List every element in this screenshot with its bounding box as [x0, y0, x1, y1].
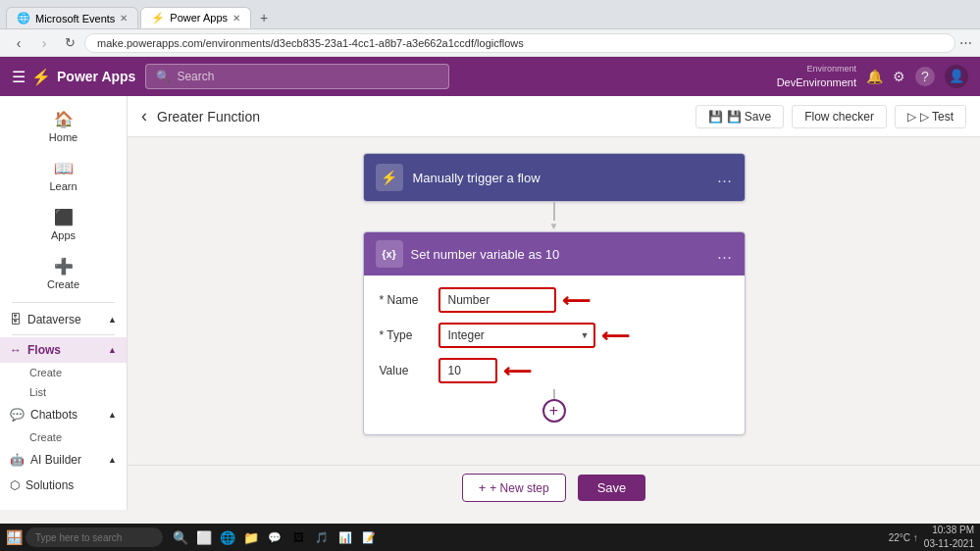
power-apps-tab-close[interactable]: ✕ — [232, 13, 240, 24]
sidebar-item-chatbots[interactable]: 💬 Chatbots ▲ — [0, 402, 127, 427]
save-button[interactable]: 💾 💾 Save — [696, 105, 785, 128]
hamburger-icon[interactable]: ☰ — [12, 68, 26, 86]
taskbar-cortana-icon[interactable]: 🔍 — [170, 526, 191, 548]
sidebar-item-flows[interactable]: ↔ Flows ▲ — [0, 337, 127, 363]
taskbar-word-icon[interactable]: 📝 — [358, 526, 380, 548]
taskbar-weather: 22°C ↑ — [889, 532, 918, 543]
connector-1: ▼ — [549, 202, 559, 231]
name-field-wrapper: ⟵ — [438, 287, 729, 313]
sidebar-item-home[interactable]: 🏠 Home — [0, 102, 127, 151]
learn-icon: 📖 — [54, 159, 74, 177]
sidebar-ai-builder-label: AI Builder — [30, 453, 81, 467]
type-dropdown[interactable]: Integer Float String Boolean Array Objec… — [438, 323, 595, 348]
address-input[interactable]: make.powerapps.com/environments/d3ecb835… — [84, 33, 955, 53]
trigger-title: Manually trigger a flow — [413, 171, 707, 185]
variable-node-header[interactable]: {x} Set number variable as 10 … — [364, 232, 745, 276]
sidebar-solutions-label: Solutions — [26, 478, 74, 492]
taskbar-excel-icon[interactable]: 📊 — [335, 526, 356, 548]
ms-events-tab-close[interactable]: ✕ — [120, 13, 128, 24]
nav-forward[interactable]: › — [33, 35, 55, 51]
taskbar-music-icon[interactable]: 🎵 — [311, 526, 333, 548]
save-icon: 💾 — [708, 110, 723, 124]
search-icon: 🔍 — [156, 70, 171, 83]
taskbar-photos-icon[interactable]: 🖼 — [287, 526, 309, 548]
ms-events-tab-label: Microsoft Events — [35, 13, 115, 25]
bottom-save-button[interactable]: Save — [578, 475, 646, 501]
sidebar-item-chatbots-create[interactable]: Create — [20, 427, 127, 447]
sidebar-chatbots-subitems: Create — [0, 427, 127, 447]
value-field-label: Value — [380, 364, 431, 377]
name-field-input[interactable] — [438, 287, 556, 313]
sidebar-item-learn[interactable]: 📖 Learn — [0, 151, 127, 200]
taskbar-edge-icon[interactable]: 🌐 — [217, 526, 238, 548]
variable-node: {x} Set number variable as 10 … * Name ⟵ — [363, 231, 746, 435]
test-icon: ▷ — [907, 110, 916, 124]
test-button[interactable]: ▷ ▷ Test — [895, 105, 966, 128]
flow-title: Greater Function — [157, 109, 260, 125]
apps-icon: ⬛ — [54, 208, 74, 226]
value-field-wrapper: ⟵ — [438, 358, 729, 383]
flow-canvas: ⚡ Manually trigger a flow … ▼ {x} Set nu… — [128, 137, 980, 465]
nav-back[interactable]: ‹ — [8, 35, 29, 51]
ai-builder-icon: 🤖 — [10, 453, 25, 467]
address-bar-row: ‹ › ↻ make.powerapps.com/environments/d3… — [0, 29, 980, 57]
sidebar-item-dataverse[interactable]: 🗄 Dataverse ▲ — [0, 307, 127, 332]
sidebar-item-solutions[interactable]: ⬡ Solutions — [0, 473, 127, 498]
home-icon: 🏠 — [54, 110, 74, 128]
taskbar-chat-icon[interactable]: 💬 — [264, 526, 285, 548]
taskbar-datetime: 10:38 PM 03-11-2021 — [924, 524, 974, 551]
chatbots-chevron: ▲ — [108, 410, 117, 420]
test-label: ▷ Test — [920, 110, 954, 124]
sidebar-item-flows-list[interactable]: List — [20, 382, 127, 402]
sidebar-item-create[interactable]: ➕ Create — [0, 249, 127, 298]
content-area: 🏠 Home 📖 Learn ⬛ Apps ➕ Create 🗄 Dataver… — [0, 96, 980, 510]
power-apps-tab-icon: ⚡ — [151, 12, 165, 25]
flow-checker-button[interactable]: Flow checker — [792, 105, 887, 128]
sidebar-flows-subitems: Create List — [0, 363, 127, 402]
help-icon[interactable]: ? — [915, 67, 935, 86]
browser-tab-power-apps[interactable]: ⚡ Power Apps ✕ — [140, 7, 251, 28]
save-button-label: 💾 Save — [727, 110, 772, 124]
value-field-input[interactable] — [438, 358, 497, 383]
top-nav-right: Environment DevEnvironment 🔔 ⚙ ? 👤 — [777, 64, 968, 89]
main-content: ‹ Greater Function 💾 💾 Save Flow checker… — [128, 96, 980, 510]
sidebar-flows-label: Flows — [27, 343, 61, 357]
trigger-node[interactable]: ⚡ Manually trigger a flow … — [363, 153, 746, 202]
add-inline-button[interactable]: + — [542, 399, 566, 423]
flow-header-actions: 💾 💾 Save Flow checker ▷ ▷ Test — [696, 105, 967, 128]
settings-icon[interactable]: ⚙ — [893, 69, 905, 84]
taskbar-icons-group: 🔍 ⬜ 🌐 📁 💬 🖼 🎵 📊 📝 — [170, 526, 380, 548]
type-field-wrapper: Integer Float String Boolean Array Objec… — [438, 323, 729, 348]
browser-tab-ms-events[interactable]: 🌐 Microsoft Events ✕ — [6, 7, 138, 28]
name-red-arrow: ⟵ — [562, 290, 591, 310]
taskbar-search-input[interactable] — [26, 527, 163, 547]
ms-events-tab-icon: 🌐 — [17, 12, 30, 25]
name-field-label: * Name — [380, 293, 431, 307]
sidebar-dataverse-label: Dataverse — [27, 313, 81, 326]
back-button[interactable]: ‹ — [141, 106, 147, 126]
account-icon[interactable]: 👤 — [945, 65, 968, 88]
sidebar-item-ai-builder[interactable]: 🤖 AI Builder ▲ — [0, 447, 127, 473]
variable-node-more-icon[interactable]: … — [717, 245, 733, 263]
new-tab-button[interactable]: + — [253, 7, 275, 28]
browser-menu-icon[interactable]: ⋯ — [959, 35, 972, 50]
app-container: ☰ ⚡ Power Apps 🔍 Search Environment DevE… — [0, 57, 980, 510]
browser-chrome: 🌐 Microsoft Events ✕ ⚡ Power Apps ✕ + — [0, 0, 980, 29]
trigger-node-header[interactable]: ⚡ Manually trigger a flow … — [364, 154, 745, 201]
field-row-value: Value ⟵ — [380, 358, 729, 383]
field-row-name: * Name ⟵ — [380, 287, 729, 313]
bell-icon[interactable]: 🔔 — [866, 69, 883, 84]
windows-start-icon[interactable]: 🪟 — [6, 529, 23, 545]
taskbar-explorer-icon[interactable]: 📁 — [240, 526, 262, 548]
sidebar-item-flows-create[interactable]: Create — [20, 363, 127, 382]
sidebar-item-apps[interactable]: ⬛ Apps — [0, 200, 127, 249]
top-search-box[interactable]: 🔍 Search — [145, 64, 449, 89]
dataverse-icon: 🗄 — [10, 313, 22, 326]
taskbar-date: 03-11-2021 — [924, 537, 974, 551]
nav-refresh[interactable]: ↻ — [59, 35, 80, 50]
trigger-more-icon[interactable]: … — [717, 169, 733, 186]
flows-icon: ↔ — [10, 343, 22, 357]
taskbar-task-view-icon[interactable]: ⬜ — [193, 526, 215, 548]
new-step-button[interactable]: + + New step — [462, 474, 566, 502]
type-select[interactable]: Integer Float String Boolean Array Objec… — [438, 323, 595, 348]
